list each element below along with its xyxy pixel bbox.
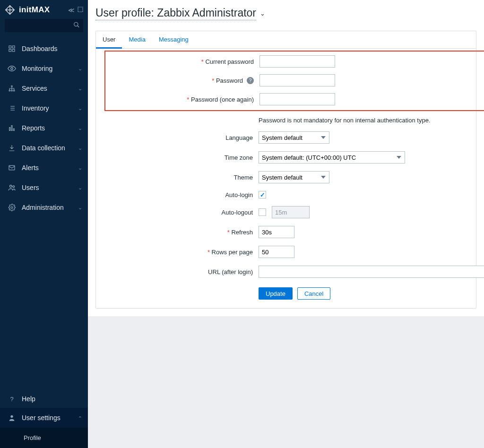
svg-point-9 <box>9 90 10 91</box>
password-note: Password is not mandatory for non intern… <box>259 117 484 124</box>
tabs: User Media Messaging Current password Pa… <box>95 31 476 309</box>
svg-rect-0 <box>78 7 83 12</box>
chevron-down-icon[interactable]: ⌄ <box>260 10 265 17</box>
svg-rect-19 <box>11 126 12 131</box>
sidebar-item-label: Inventory <box>22 104 49 112</box>
tab-media[interactable]: Media <box>122 31 152 48</box>
password-again-input[interactable] <box>259 93 335 105</box>
label-auto-login: Auto-login <box>106 191 254 198</box>
hierarchy-icon <box>7 85 17 92</box>
label-time-zone: Time zone <box>106 154 254 161</box>
sidebar-item-dashboards[interactable]: Dashboards <box>0 39 88 59</box>
tab-content: Current password Password? Password (onc… <box>96 49 476 308</box>
sidebar-item-alerts[interactable]: Alerts ⌄ <box>0 158 88 178</box>
user-icon <box>7 414 17 422</box>
chevron-down-icon: ⌄ <box>78 105 82 112</box>
help-icon: ? <box>7 396 17 403</box>
dashboard-icon <box>7 45 17 52</box>
sidebar-header: initMAX ≪ <box>0 0 88 19</box>
sidebar-subitem-profile[interactable]: Profile <box>0 428 88 448</box>
tab-bar: User Media Messaging <box>96 31 476 49</box>
auto-logout-value-input <box>272 206 310 218</box>
sidebar-item-label: Reports <box>22 124 45 132</box>
sidebar-item-label: Services <box>22 85 47 92</box>
chevron-down-icon: ⌄ <box>78 185 82 191</box>
sidebar-item-user-settings[interactable]: User settings ⌄ <box>0 408 88 428</box>
svg-point-23 <box>13 186 15 188</box>
users-icon <box>7 183 17 192</box>
auto-logout-checkbox[interactable] <box>259 208 266 216</box>
sidebar-item-data-collection[interactable]: Data collection ⌄ <box>0 138 88 158</box>
sidebar-item-inventory[interactable]: Inventory ⌄ <box>0 98 88 118</box>
form-buttons: Update Cancel <box>259 285 484 300</box>
svg-point-25 <box>10 415 13 418</box>
sidebar: initMAX ≪ Dashboards Monitoring ⌄ Servic… <box>0 0 88 448</box>
url-after-login-input[interactable] <box>259 266 484 278</box>
list-icon <box>7 104 17 112</box>
svg-rect-6 <box>12 49 15 52</box>
main: User profile: Zabbix Administrator ⌄ Use… <box>88 0 484 448</box>
label-password-again: Password (once again) <box>107 96 255 103</box>
refresh-input[interactable] <box>259 226 294 238</box>
sidebar-item-label: Dashboards <box>22 45 58 52</box>
svg-rect-4 <box>12 46 15 48</box>
tab-messaging[interactable]: Messaging <box>152 31 195 48</box>
svg-point-24 <box>11 207 13 208</box>
sidebar-bottom: ? Help User settings ⌄ Profile <box>0 390 88 448</box>
gear-icon <box>7 204 17 211</box>
svg-point-7 <box>11 68 13 70</box>
svg-rect-20 <box>13 129 14 130</box>
sidebar-nav: Dashboards Monitoring ⌄ Services ⌄ Inven… <box>0 36 88 390</box>
language-select[interactable]: System default <box>259 131 329 144</box>
label-current-password: Current password <box>107 58 255 65</box>
svg-rect-18 <box>9 128 10 131</box>
sidebar-item-label: Data collection <box>22 144 65 152</box>
label-url-after-login: URL (after login) <box>106 268 254 276</box>
chevron-up-icon: ⌄ <box>78 415 82 421</box>
sidebar-item-services[interactable]: Services ⌄ <box>0 78 88 98</box>
bar-chart-icon <box>7 124 17 132</box>
content: User profile: Zabbix Administrator ⌄ Use… <box>88 0 484 316</box>
sidebar-item-reports[interactable]: Reports ⌄ <box>0 118 88 138</box>
theme-select[interactable]: System default <box>259 171 329 183</box>
label-theme: Theme <box>106 174 254 181</box>
sidebar-item-administration[interactable]: Administration ⌄ <box>0 198 88 217</box>
chevron-down-icon: ⌄ <box>78 145 82 151</box>
password-input[interactable] <box>259 74 335 86</box>
sidebar-item-label: Monitoring <box>22 65 52 72</box>
mail-icon <box>7 164 17 172</box>
svg-point-11 <box>13 90 15 91</box>
rows-per-page-input[interactable] <box>259 246 294 258</box>
auto-login-checkbox[interactable] <box>259 191 266 198</box>
help-tooltip-icon[interactable]: ? <box>247 77 254 84</box>
sidebar-item-users[interactable]: Users ⌄ <box>0 178 88 198</box>
fullscreen-icon[interactable] <box>78 7 83 14</box>
svg-point-8 <box>11 86 13 87</box>
current-password-input[interactable] <box>259 55 335 68</box>
collapse-icon[interactable]: ≪ <box>68 7 75 14</box>
chevron-down-icon: ⌄ <box>78 86 82 92</box>
update-button[interactable]: Update <box>259 287 293 300</box>
sidebar-item-help[interactable]: ? Help <box>0 390 88 408</box>
sidebar-item-label: User settings <box>22 414 60 422</box>
page-title[interactable]: User profile: Zabbix Administrator <box>95 7 256 20</box>
sidebar-item-label: Administration <box>22 204 64 211</box>
cancel-button[interactable]: Cancel <box>297 287 330 300</box>
sidebar-item-monitoring[interactable]: Monitoring ⌄ <box>0 59 88 78</box>
brand-name: initMAX <box>19 5 50 15</box>
chevron-down-icon: ⌄ <box>78 125 82 131</box>
chevron-down-icon: ⌄ <box>78 205 82 211</box>
tab-user[interactable]: User <box>96 31 122 49</box>
page-title-row: User profile: Zabbix Administrator ⌄ <box>95 7 476 25</box>
time-zone-select[interactable]: System default: (UTC+00:00) UTC <box>259 151 405 164</box>
svg-rect-5 <box>9 49 11 52</box>
user-form: Current password Password? Password (onc… <box>106 54 466 300</box>
sidebar-item-label: Help <box>22 395 35 403</box>
label-language: Language <box>106 134 254 141</box>
download-icon <box>7 144 17 152</box>
label-rows-per-page: Rows per page <box>106 249 254 256</box>
password-highlight-box: Current password Password? Password (onc… <box>104 51 484 111</box>
search-input[interactable] <box>5 19 83 32</box>
svg-rect-3 <box>9 46 11 48</box>
sidebar-item-label: Users <box>22 184 39 191</box>
